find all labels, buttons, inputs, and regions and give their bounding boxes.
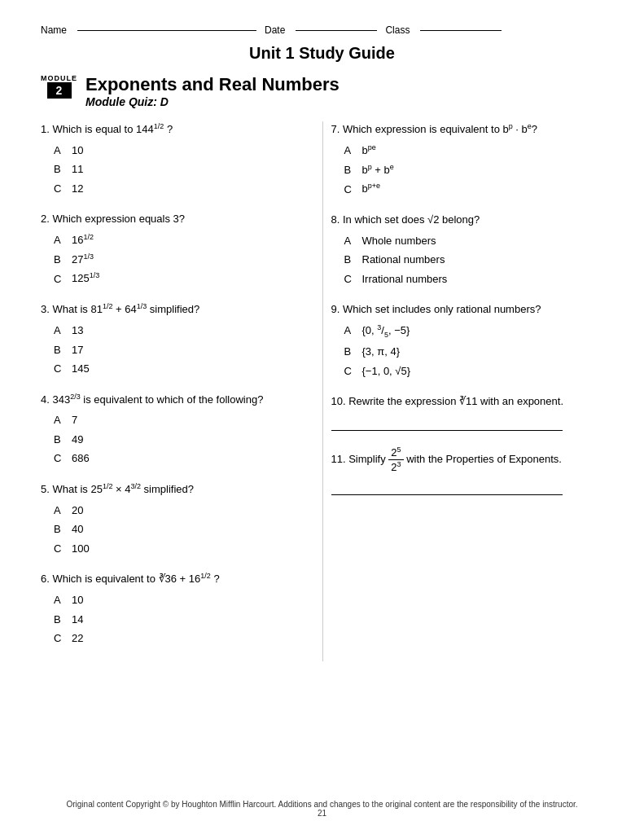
q4-options: A7 B49 C686: [41, 412, 306, 467]
footer: Original content Copyright © by Houghton…: [0, 800, 644, 818]
question-11: 11. Simplify 25 23 with the Properties o…: [331, 446, 604, 495]
q1-option-c: C12: [54, 181, 306, 197]
q8-text: 8. In which set does √2 belong?: [331, 212, 604, 228]
q6-option-a: A10: [54, 592, 306, 608]
q9-option-a: A {0, 3/5, −5}: [344, 323, 604, 340]
q2-option-b: B271/3: [54, 252, 306, 268]
q7-options: Abpe Bbp + be Cbp+e: [331, 143, 604, 197]
q8-options: AWhole numbers BRational numbers CIrrati…: [331, 233, 604, 288]
module-subtitle: Module Quiz: D: [85, 95, 340, 108]
q3-text: 3. What is 811/2 + 641/3 simplified?: [41, 301, 306, 318]
q8-option-b: BRational numbers: [344, 252, 604, 268]
question-8: 8. In which set does √2 belong? AWhole n…: [331, 212, 604, 287]
q3-option-b: B17: [54, 342, 306, 358]
right-column: 7. Which expression is equivalent to bp …: [322, 121, 604, 661]
q10-text: 10. Rewrite the expression ∛11 with an e…: [331, 393, 604, 410]
name-label: Name: [41, 24, 67, 36]
q8-option-c: CIrrational numbers: [344, 271, 604, 288]
q2-option-a: A161/2: [54, 232, 306, 248]
q3-option-c: C145: [54, 361, 306, 377]
question-3: 3. What is 811/2 + 641/3 simplified? A13…: [41, 301, 306, 376]
q4-option-a: A7: [54, 412, 306, 428]
name-field[interactable]: [77, 30, 256, 31]
q6-text: 6. Which is equivalent to ∛36 + 161/2 ?: [41, 571, 306, 587]
q6-options: A10 B14 C22: [41, 592, 306, 647]
question-5: 5. What is 251/2 × 43/2 simplified? A20 …: [41, 481, 306, 556]
question-9: 9. Which set includes only rational numb…: [331, 301, 604, 379]
q2-option-c: C1251/3: [54, 270, 306, 287]
module-title-block: Exponents and Real Numbers Module Quiz: …: [85, 74, 340, 108]
q3-options: A13 B17 C145: [41, 323, 306, 377]
module-word: MODULE: [41, 74, 77, 82]
q4-text: 4. 3432/3 is equivalent to which of the …: [41, 392, 306, 408]
q7-option-c: Cbp+e: [344, 181, 604, 197]
q11-text: 11. Simplify 25 23 with the Properties o…: [331, 446, 604, 474]
footer-page: 21: [0, 809, 644, 818]
left-column: 1. Which is equal to 1441/2 ? A10 B11 C1…: [41, 121, 322, 661]
q4-option-b: B49: [54, 432, 306, 448]
q8-option-a: AWhole numbers: [344, 233, 604, 249]
q9-option-b: B {3, π, 4}: [344, 344, 604, 360]
q2-options: A161/2 B271/3 C1251/3: [41, 232, 306, 287]
module-label-block: MODULE 2: [41, 74, 77, 99]
header: Name Date Class: [41, 24, 603, 36]
date-label: Date: [265, 24, 285, 36]
q9-options: A {0, 3/5, −5} B {3, π, 4} C {−1, 0, √5}: [331, 323, 604, 379]
q9-text: 9. Which set includes only rational numb…: [331, 301, 604, 318]
q4-option-c: C686: [54, 450, 306, 467]
class-field[interactable]: [420, 30, 502, 31]
module-main-title: Exponents and Real Numbers: [85, 74, 340, 95]
q1-options: A10 B11 C12: [41, 143, 306, 197]
q6-option-b: B14: [54, 612, 306, 628]
content-area: 1. Which is equal to 1441/2 ? A10 B11 C1…: [41, 121, 603, 661]
q7-text: 7. Which expression is equivalent to bp …: [331, 121, 604, 138]
q5-option-b: B40: [54, 521, 306, 538]
q7-option-a: Abpe: [344, 143, 604, 159]
question-10: 10. Rewrite the expression ∛11 with an e…: [331, 393, 604, 431]
q1-option-a: A10: [54, 143, 306, 159]
footer-copyright: Original content Copyright © by Houghton…: [0, 800, 644, 809]
question-1: 1. Which is equal to 1441/2 ? A10 B11 C1…: [41, 121, 306, 196]
class-label: Class: [385, 24, 410, 36]
question-6: 6. Which is equivalent to ∛36 + 161/2 ? …: [41, 571, 306, 646]
q10-answer-line[interactable]: [331, 416, 563, 431]
page-title: Unit 1 Study Guide: [41, 44, 603, 63]
q1-text: 1. Which is equal to 1441/2 ?: [41, 121, 306, 138]
q6-option-c: C22: [54, 630, 306, 647]
q11-answer-line[interactable]: [331, 481, 563, 495]
q3-option-a: A13: [54, 323, 306, 339]
module-header: MODULE 2 Exponents and Real Numbers Modu…: [41, 74, 603, 108]
q7-option-b: Bbp + be: [344, 162, 604, 178]
q5-text: 5. What is 251/2 × 43/2 simplified?: [41, 481, 306, 498]
q5-option-c: C100: [54, 541, 306, 557]
question-2: 2. Which expression equals 3? A161/2 B27…: [41, 211, 306, 287]
question-4: 4. 3432/3 is equivalent to which of the …: [41, 392, 306, 467]
q5-options: A20 B40 C100: [41, 503, 306, 557]
module-number: 2: [47, 82, 72, 99]
q9-option-c: C {−1, 0, √5}: [344, 363, 604, 380]
q5-option-a: A20: [54, 503, 306, 519]
q2-text: 2. Which expression equals 3?: [41, 211, 306, 227]
date-field[interactable]: [296, 30, 377, 31]
question-7: 7. Which expression is equivalent to bp …: [331, 121, 604, 197]
q1-option-b: B11: [54, 161, 306, 178]
